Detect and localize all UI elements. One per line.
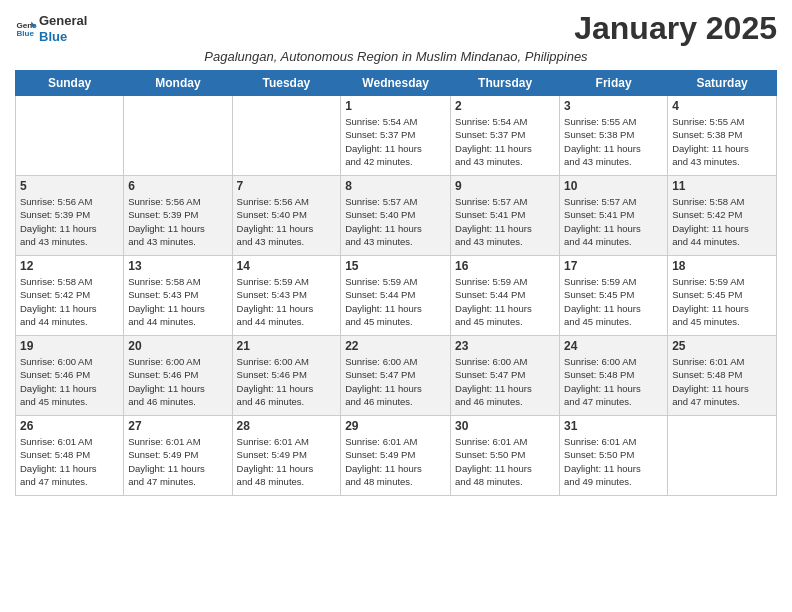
day-info: Sunrise: 5:56 AMSunset: 5:40 PMDaylight:… — [237, 195, 337, 248]
day-number: 10 — [564, 179, 663, 193]
day-number: 30 — [455, 419, 555, 433]
calendar-cell: 14Sunrise: 5:59 AMSunset: 5:43 PMDayligh… — [232, 256, 341, 336]
day-number: 19 — [20, 339, 119, 353]
day-number: 8 — [345, 179, 446, 193]
weekday-header-row: SundayMondayTuesdayWednesdayThursdayFrid… — [16, 71, 777, 96]
calendar-cell: 8Sunrise: 5:57 AMSunset: 5:40 PMDaylight… — [341, 176, 451, 256]
day-info: Sunrise: 5:58 AMSunset: 5:43 PMDaylight:… — [128, 275, 227, 328]
day-info: Sunrise: 5:56 AMSunset: 5:39 PMDaylight:… — [128, 195, 227, 248]
day-number: 1 — [345, 99, 446, 113]
day-info: Sunrise: 6:01 AMSunset: 5:49 PMDaylight:… — [237, 435, 337, 488]
day-info: Sunrise: 6:00 AMSunset: 5:47 PMDaylight:… — [345, 355, 446, 408]
calendar-week-1: 1Sunrise: 5:54 AMSunset: 5:37 PMDaylight… — [16, 96, 777, 176]
logo-blue: Blue — [39, 29, 87, 45]
day-info: Sunrise: 6:01 AMSunset: 5:49 PMDaylight:… — [128, 435, 227, 488]
logo-general: General — [39, 13, 87, 29]
day-number: 13 — [128, 259, 227, 273]
svg-text:Blue: Blue — [16, 29, 34, 38]
calendar-body: 1Sunrise: 5:54 AMSunset: 5:37 PMDaylight… — [16, 96, 777, 496]
calendar-cell: 13Sunrise: 5:58 AMSunset: 5:43 PMDayligh… — [124, 256, 232, 336]
day-number: 14 — [237, 259, 337, 273]
calendar-week-5: 26Sunrise: 6:01 AMSunset: 5:48 PMDayligh… — [16, 416, 777, 496]
day-info: Sunrise: 6:00 AMSunset: 5:46 PMDaylight:… — [237, 355, 337, 408]
day-info: Sunrise: 5:57 AMSunset: 5:41 PMDaylight:… — [564, 195, 663, 248]
weekday-header-sunday: Sunday — [16, 71, 124, 96]
calendar-cell — [124, 96, 232, 176]
weekday-header-saturday: Saturday — [668, 71, 777, 96]
weekday-header-monday: Monday — [124, 71, 232, 96]
day-number: 27 — [128, 419, 227, 433]
calendar-cell: 15Sunrise: 5:59 AMSunset: 5:44 PMDayligh… — [341, 256, 451, 336]
logo: General Blue General Blue — [15, 13, 87, 44]
day-number: 16 — [455, 259, 555, 273]
day-info: Sunrise: 5:58 AMSunset: 5:42 PMDaylight:… — [20, 275, 119, 328]
calendar-cell: 31Sunrise: 6:01 AMSunset: 5:50 PMDayligh… — [560, 416, 668, 496]
day-number: 3 — [564, 99, 663, 113]
day-number: 4 — [672, 99, 772, 113]
day-info: Sunrise: 5:59 AMSunset: 5:45 PMDaylight:… — [564, 275, 663, 328]
calendar-cell: 29Sunrise: 6:01 AMSunset: 5:49 PMDayligh… — [341, 416, 451, 496]
day-number: 17 — [564, 259, 663, 273]
day-number: 25 — [672, 339, 772, 353]
day-info: Sunrise: 6:01 AMSunset: 5:48 PMDaylight:… — [672, 355, 772, 408]
day-info: Sunrise: 6:01 AMSunset: 5:49 PMDaylight:… — [345, 435, 446, 488]
day-info: Sunrise: 5:59 AMSunset: 5:45 PMDaylight:… — [672, 275, 772, 328]
day-info: Sunrise: 5:56 AMSunset: 5:39 PMDaylight:… — [20, 195, 119, 248]
day-info: Sunrise: 6:00 AMSunset: 5:46 PMDaylight:… — [128, 355, 227, 408]
calendar-cell: 6Sunrise: 5:56 AMSunset: 5:39 PMDaylight… — [124, 176, 232, 256]
day-info: Sunrise: 5:57 AMSunset: 5:41 PMDaylight:… — [455, 195, 555, 248]
day-number: 15 — [345, 259, 446, 273]
day-number: 24 — [564, 339, 663, 353]
day-info: Sunrise: 6:01 AMSunset: 5:48 PMDaylight:… — [20, 435, 119, 488]
calendar-cell: 27Sunrise: 6:01 AMSunset: 5:49 PMDayligh… — [124, 416, 232, 496]
calendar-cell: 2Sunrise: 5:54 AMSunset: 5:37 PMDaylight… — [451, 96, 560, 176]
day-info: Sunrise: 5:55 AMSunset: 5:38 PMDaylight:… — [564, 115, 663, 168]
day-info: Sunrise: 6:00 AMSunset: 5:46 PMDaylight:… — [20, 355, 119, 408]
day-info: Sunrise: 5:55 AMSunset: 5:38 PMDaylight:… — [672, 115, 772, 168]
calendar-week-4: 19Sunrise: 6:00 AMSunset: 5:46 PMDayligh… — [16, 336, 777, 416]
day-number: 7 — [237, 179, 337, 193]
calendar-cell: 28Sunrise: 6:01 AMSunset: 5:49 PMDayligh… — [232, 416, 341, 496]
day-info: Sunrise: 5:54 AMSunset: 5:37 PMDaylight:… — [455, 115, 555, 168]
calendar-cell — [232, 96, 341, 176]
calendar-cell: 25Sunrise: 6:01 AMSunset: 5:48 PMDayligh… — [668, 336, 777, 416]
calendar-week-2: 5Sunrise: 5:56 AMSunset: 5:39 PMDaylight… — [16, 176, 777, 256]
day-info: Sunrise: 6:01 AMSunset: 5:50 PMDaylight:… — [564, 435, 663, 488]
calendar-cell: 1Sunrise: 5:54 AMSunset: 5:37 PMDaylight… — [341, 96, 451, 176]
calendar-cell: 16Sunrise: 5:59 AMSunset: 5:44 PMDayligh… — [451, 256, 560, 336]
calendar-cell: 9Sunrise: 5:57 AMSunset: 5:41 PMDaylight… — [451, 176, 560, 256]
day-info: Sunrise: 6:00 AMSunset: 5:48 PMDaylight:… — [564, 355, 663, 408]
calendar-cell: 19Sunrise: 6:00 AMSunset: 5:46 PMDayligh… — [16, 336, 124, 416]
weekday-header-tuesday: Tuesday — [232, 71, 341, 96]
day-number: 23 — [455, 339, 555, 353]
day-number: 9 — [455, 179, 555, 193]
calendar-cell: 20Sunrise: 6:00 AMSunset: 5:46 PMDayligh… — [124, 336, 232, 416]
day-number: 20 — [128, 339, 227, 353]
calendar-cell: 12Sunrise: 5:58 AMSunset: 5:42 PMDayligh… — [16, 256, 124, 336]
page-header: General Blue General Blue January 2025 — [15, 10, 777, 47]
weekday-header-wednesday: Wednesday — [341, 71, 451, 96]
day-number: 5 — [20, 179, 119, 193]
calendar-cell: 18Sunrise: 5:59 AMSunset: 5:45 PMDayligh… — [668, 256, 777, 336]
day-number: 29 — [345, 419, 446, 433]
calendar-cell: 21Sunrise: 6:00 AMSunset: 5:46 PMDayligh… — [232, 336, 341, 416]
calendar-week-3: 12Sunrise: 5:58 AMSunset: 5:42 PMDayligh… — [16, 256, 777, 336]
day-number: 28 — [237, 419, 337, 433]
calendar-cell: 10Sunrise: 5:57 AMSunset: 5:41 PMDayligh… — [560, 176, 668, 256]
calendar-cell: 30Sunrise: 6:01 AMSunset: 5:50 PMDayligh… — [451, 416, 560, 496]
day-info: Sunrise: 6:00 AMSunset: 5:47 PMDaylight:… — [455, 355, 555, 408]
calendar-cell: 5Sunrise: 5:56 AMSunset: 5:39 PMDaylight… — [16, 176, 124, 256]
calendar-subtitle: Pagalungan, Autonomous Region in Muslim … — [15, 49, 777, 64]
calendar-cell: 23Sunrise: 6:00 AMSunset: 5:47 PMDayligh… — [451, 336, 560, 416]
day-info: Sunrise: 6:01 AMSunset: 5:50 PMDaylight:… — [455, 435, 555, 488]
calendar-cell: 11Sunrise: 5:58 AMSunset: 5:42 PMDayligh… — [668, 176, 777, 256]
day-info: Sunrise: 5:57 AMSunset: 5:40 PMDaylight:… — [345, 195, 446, 248]
calendar-cell — [16, 96, 124, 176]
calendar-cell: 22Sunrise: 6:00 AMSunset: 5:47 PMDayligh… — [341, 336, 451, 416]
calendar-cell — [668, 416, 777, 496]
day-number: 21 — [237, 339, 337, 353]
day-number: 6 — [128, 179, 227, 193]
logo-icon: General Blue — [15, 18, 37, 40]
calendar-cell: 17Sunrise: 5:59 AMSunset: 5:45 PMDayligh… — [560, 256, 668, 336]
calendar-cell: 26Sunrise: 6:01 AMSunset: 5:48 PMDayligh… — [16, 416, 124, 496]
